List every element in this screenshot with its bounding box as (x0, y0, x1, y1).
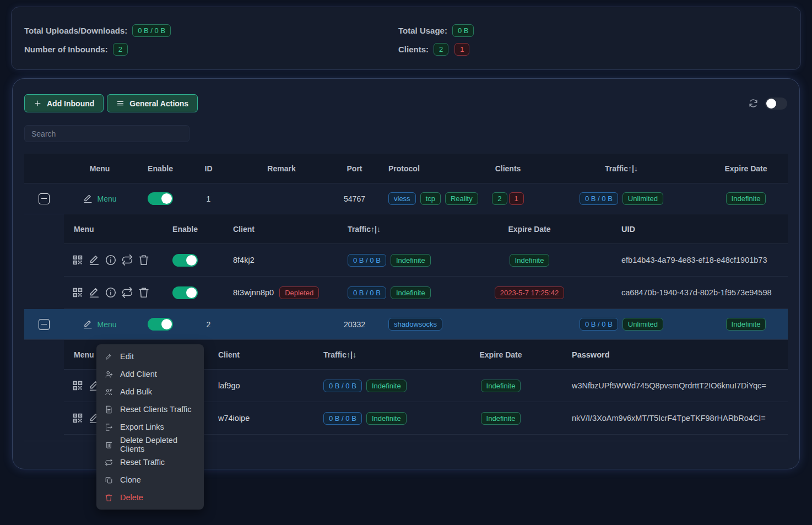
header-port: Port (331, 154, 378, 183)
expire-badge: 2023-5-7 17:25:42 (495, 286, 564, 299)
expire-badge: Indefinite (481, 412, 521, 425)
header-expire-date: Expire Date (704, 154, 788, 183)
client-row: 8t3wjnn8p0 Depleted 0 B / 0 B Indefinite… (64, 277, 788, 309)
header-uid: UID (615, 214, 788, 243)
header-clients: Clients (477, 154, 539, 183)
header-enable: Enable (158, 214, 213, 243)
inbounds-count-label: Number of Inbounds: (24, 45, 108, 54)
protocol-tag: shadowsocks (388, 318, 442, 331)
quota-badge: Indefinite (391, 254, 431, 267)
protocol-tag: Reality (445, 192, 478, 205)
enable-toggle[interactable] (148, 318, 173, 331)
header-client: Client (210, 340, 315, 369)
menu-item-reset-clients-traffic[interactable]: Reset Clients Traffic (96, 400, 204, 418)
file-check-icon (105, 405, 113, 414)
header-menu: Menu (64, 154, 136, 183)
total-usage-label: Total Usage: (398, 26, 447, 35)
qr-code-icon[interactable] (72, 412, 84, 424)
qr-code-icon[interactable] (72, 254, 84, 266)
info-icon[interactable] (105, 254, 117, 266)
inbound-row-1: Menu 1 54767 vless tcp Reality 2 1 0 B /… (24, 183, 788, 214)
traffic-badge: 0 B / 0 B (580, 192, 618, 205)
qr-code-icon[interactable] (72, 380, 84, 392)
traffic-badge: 0 B / 0 B (348, 286, 386, 299)
vless-clients-table: Menu Enable Client Traffic↑|↓ Expire Dat… (64, 214, 788, 309)
menu-item-delete-depleted-clients[interactable]: Delete Depleted Clients (96, 436, 204, 453)
reset-traffic-icon[interactable] (121, 286, 133, 299)
menu-item-clone[interactable]: Clone (96, 471, 204, 489)
add-inbound-label: Add Inbound (47, 99, 94, 108)
menu-item-reset-traffic[interactable]: Reset Traffic (96, 453, 204, 471)
expire-badge: Indefinite (726, 192, 766, 205)
client-enable-toggle[interactable] (172, 286, 198, 299)
menu-item-delete[interactable]: Delete (96, 489, 204, 506)
general-actions-button[interactable]: General Actions (107, 94, 198, 112)
client-name: w74ioipe (218, 414, 250, 423)
clients-depleted-badge: 1 (454, 43, 469, 56)
reset-traffic-icon[interactable] (121, 254, 133, 266)
qr-code-icon[interactable] (72, 286, 84, 299)
edit-icon (105, 353, 113, 361)
menu-item-edit[interactable]: Edit (96, 348, 204, 365)
menu-item-add-bulk[interactable]: Add Bulk (96, 383, 204, 400)
dark-mode-toggle[interactable] (765, 98, 787, 110)
trash-icon (105, 494, 113, 502)
client-password: w3NfbzUPf5WWd745Q8pvsmQrdrttT2IO6knuI7Di… (556, 370, 788, 402)
header-password: Password (556, 340, 788, 369)
clients-count-label: Clients: (398, 45, 429, 54)
menu-item-add-client[interactable]: Add Client (96, 365, 204, 383)
protocol-tag: vless (388, 192, 416, 205)
enable-toggle[interactable] (148, 192, 173, 205)
menu-item-export-links[interactable]: Export Links (96, 418, 204, 436)
header-enable: Enable (136, 154, 185, 183)
inbounds-table-header: Menu Enable ID Remark Port Protocol Clie… (24, 154, 788, 183)
info-icon[interactable] (105, 286, 117, 299)
toolbar: Add Inbound General Actions (24, 94, 788, 112)
header-id: ID (185, 154, 232, 183)
edit-client-icon[interactable] (88, 254, 100, 266)
users-plus-icon (105, 388, 113, 396)
delete-client-icon[interactable] (138, 286, 150, 299)
collapse-row-button[interactable] (39, 319, 50, 330)
header-remark: Remark (232, 154, 331, 183)
plus-icon (34, 99, 42, 107)
header-traffic-sort[interactable]: Traffic↑|↓ (312, 214, 444, 243)
edit-client-icon[interactable] (88, 286, 100, 299)
header-traffic-sort[interactable]: Traffic↑|↓ (539, 154, 704, 183)
traffic-badge: 0 B / 0 B (348, 254, 386, 267)
refresh-button[interactable] (748, 98, 759, 109)
client-password: nkV/I/3XoAm9v6xMT/T5IcrF4TpeTKF98rHARbRo… (556, 402, 788, 434)
header-protocol: Protocol (378, 154, 477, 183)
bin-icon (105, 441, 113, 449)
total-uploads-downloads-label: Total Uploads/Downloads: (24, 26, 127, 35)
header-expire-date: Expire Date (444, 214, 615, 243)
user-plus-icon (105, 370, 113, 378)
expire-badge: Indefinite (726, 318, 766, 331)
clients-depleted-badge: 1 (509, 192, 524, 205)
clone-icon (105, 476, 113, 484)
vless-clients-header: Menu Enable Client Traffic↑|↓ Expire Dat… (64, 214, 788, 244)
inbound-remark (232, 309, 331, 339)
delete-client-icon[interactable] (138, 254, 150, 266)
clients-active-badge: 2 (492, 192, 507, 205)
traffic-badge: 0 B / 0 B (323, 380, 362, 392)
expire-badge: Indefinite (481, 380, 521, 392)
quota-badge: Indefinite (366, 412, 407, 425)
inbound-menu-button[interactable]: Menu (83, 319, 116, 329)
header-client: Client (213, 214, 312, 243)
collapse-row-button[interactable] (39, 193, 50, 204)
client-name: 8f4kj2 (233, 256, 255, 264)
inbound-remark (232, 183, 331, 214)
quota-badge: Indefinite (391, 286, 431, 299)
client-enable-toggle[interactable] (172, 254, 198, 267)
inbounds-count-badge: 2 (113, 43, 128, 56)
clients-active-badge: 2 (434, 43, 448, 56)
search-input[interactable] (24, 125, 190, 142)
header-menu: Menu (64, 214, 158, 243)
inbound-id: 2 (185, 309, 232, 339)
inbound-menu-button[interactable]: Menu (83, 193, 116, 204)
header-traffic-sort[interactable]: Traffic↑|↓ (315, 340, 446, 369)
add-inbound-button[interactable]: Add Inbound (24, 94, 104, 112)
total-usage-badge: 0 B (452, 24, 474, 37)
edit-pencil-icon (83, 193, 93, 204)
